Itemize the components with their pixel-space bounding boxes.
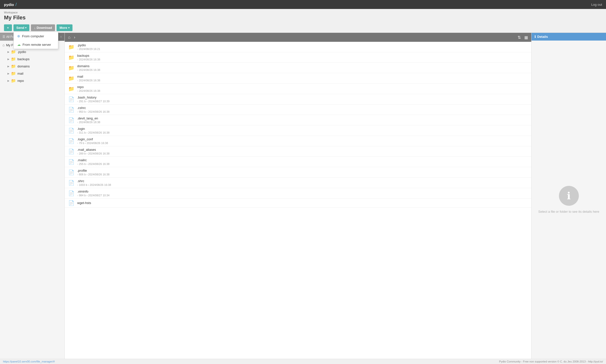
file-row[interactable]: 📄.devil_lang_en› 2024/08/26 18:38 bbox=[65, 115, 531, 125]
chevron-icon: ▶ bbox=[7, 79, 9, 82]
file-list-toolbar-right: ⇅ ▦ bbox=[516, 35, 529, 40]
sidebar-item-backups[interactable]: ▶ 📁 backups bbox=[5, 55, 65, 63]
file-meta: › 1003 b › 2024/08/26 16:38 bbox=[77, 183, 528, 186]
send-button[interactable]: Send ▾ bbox=[13, 24, 30, 31]
file-meta: › 2024/08/26 18:38 bbox=[77, 121, 528, 124]
file-info: .login_conf› 79 b › 2024/08/26 16:38 bbox=[77, 137, 528, 145]
file-list-toolbar-left: ⌂ › bbox=[67, 35, 76, 40]
file-list-toolbar: ⌂ › ⇅ ▦ bbox=[65, 33, 531, 42]
sidebar-item-repo[interactable]: ▶ 📁 repo bbox=[5, 77, 65, 84]
bottom-bar: https://panel10.serv00.com/file_manager/… bbox=[0, 359, 606, 364]
sidebar-children: ▶ 📁 .pydio ▶ 📁 backups ▶ 📁 domains bbox=[0, 48, 65, 84]
logo: pydio / bbox=[4, 2, 17, 7]
file-meta: › 2024/08/26 16:38 bbox=[77, 58, 528, 61]
chevron-icon: ▶ bbox=[7, 51, 9, 53]
file-row[interactable]: 📄.mailrc› 255 b › 2024/08/26 16:38 bbox=[65, 157, 531, 167]
file-info: mail› 2024/08/26 16:38 bbox=[77, 75, 528, 82]
sidebar-item-mail[interactable]: ▶ 📁 mail bbox=[5, 70, 65, 77]
view-toggle-button[interactable]: ▦ bbox=[523, 35, 529, 40]
send-from-remote[interactable]: ☁ From remote server bbox=[14, 40, 58, 49]
send-from-computer[interactable]: ⊕ From computer bbox=[14, 32, 58, 40]
more-button[interactable]: More ▾ bbox=[57, 24, 72, 31]
file-name: repo bbox=[77, 85, 528, 89]
logo-text: pydio bbox=[4, 2, 14, 7]
page-title: My Files bbox=[4, 14, 602, 21]
file-meta: › 291 b › 2024/08/27 10:39 bbox=[77, 100, 528, 103]
folder-icon: 📁 bbox=[11, 78, 16, 83]
file-row[interactable]: 📄.profile› 806 b › 2024/08/26 16:38 bbox=[65, 167, 531, 178]
file-row[interactable]: 📁mail› 2024/08/26 16:38 bbox=[65, 73, 531, 84]
file-row[interactable]: 📄.shrc› 1003 b › 2024/08/26 16:38 bbox=[65, 178, 531, 188]
file-row[interactable]: 📄.cshrc› 950 b › 2024/08/26 16:38 bbox=[65, 104, 531, 115]
sidebar-clear-button[interactable]: ✕ bbox=[58, 33, 65, 41]
file-meta: › 311 b › 2024/08/26 16:38 bbox=[77, 131, 528, 134]
sidebar-item-pydio[interactable]: ▶ 📁 .pydio bbox=[5, 48, 65, 55]
file-icon: 📄 bbox=[68, 117, 75, 123]
folder-icon: 📁 bbox=[68, 65, 75, 71]
file-row[interactable]: 📄.mail_aliases› 289 b › 2024/08/26 16:38 bbox=[65, 146, 531, 157]
folder-icon: 📁 bbox=[68, 44, 75, 50]
file-row[interactable]: 📁repo› 2024/08/26 16:38 bbox=[65, 84, 531, 94]
file-meta: › 79 b › 2024/08/26 16:38 bbox=[77, 142, 528, 145]
file-name: wget-hsts bbox=[77, 201, 528, 205]
computer-icon: ⊕ bbox=[17, 34, 20, 38]
file-row[interactable]: 📄.viminfo› 984 b › 2024/08/27 10:34 bbox=[65, 188, 531, 199]
file-name: .bash_history bbox=[77, 96, 528, 99]
info-icon: ℹ bbox=[535, 35, 536, 39]
file-icon: 📄 bbox=[68, 169, 75, 175]
file-icon: 📄 bbox=[68, 200, 75, 206]
chevron-icon: ▶ bbox=[7, 58, 9, 60]
breadcrumb-separator: › bbox=[73, 35, 76, 40]
top-bar: pydio / Log out bbox=[0, 0, 606, 9]
file-meta: › 255 b › 2024/08/26 16:38 bbox=[77, 162, 528, 165]
file-row[interactable]: 📄.login› 311 b › 2024/08/26 16:38 bbox=[65, 125, 531, 136]
file-row[interactable]: 📄.bash_history› 291 b › 2024/08/27 10:39 bbox=[65, 94, 531, 104]
chevron-icon: ▶ bbox=[7, 72, 9, 75]
file-info: .login› 311 b › 2024/08/26 16:38 bbox=[77, 127, 528, 134]
file-row[interactable]: 📁.pydio› 2024/08/29 16:21 bbox=[65, 42, 531, 52]
details-header: ℹ Details bbox=[532, 33, 606, 41]
folder-icon: 📁 bbox=[68, 75, 75, 81]
add-button[interactable]: + bbox=[4, 24, 12, 31]
file-name: .pydio bbox=[77, 43, 528, 47]
file-name: .login_conf bbox=[77, 137, 528, 141]
file-row[interactable]: 📄wget-hsts bbox=[65, 199, 531, 208]
file-row[interactable]: 📄.login_conf› 79 b › 2024/08/26 16:38 bbox=[65, 136, 531, 146]
from-remote-label: From remote server bbox=[23, 43, 51, 47]
file-name: .profile bbox=[77, 169, 528, 172]
file-meta: › 984 b › 2024/08/27 10:34 bbox=[77, 194, 528, 197]
cloud-icon: ☁ bbox=[17, 43, 21, 47]
file-name: backups bbox=[77, 54, 528, 57]
folder-icon: 📁 bbox=[11, 57, 16, 61]
file-name: .cshrc bbox=[77, 106, 528, 110]
sidebar-item-domains[interactable]: ▶ 📁 domains bbox=[5, 63, 65, 70]
file-row[interactable]: 📁domains› 2024/08/26 16:38 bbox=[65, 63, 531, 73]
file-list: 📁.pydio› 2024/08/29 16:21📁backups› 2024/… bbox=[65, 42, 531, 359]
file-name: .shrc bbox=[77, 179, 528, 183]
file-info: .shrc› 1003 b › 2024/08/26 16:38 bbox=[77, 179, 528, 186]
more-caret: ▾ bbox=[68, 26, 69, 29]
file-icon: 📄 bbox=[68, 107, 75, 113]
details-body: ℹ Select a file or folder to see its det… bbox=[532, 41, 606, 359]
credit-text: Pydio Community - Free non supported ver… bbox=[499, 360, 603, 363]
folder-tab-icon: ☰ bbox=[2, 35, 5, 39]
file-info: wget-hsts bbox=[77, 201, 528, 205]
sidebar-item-label: backups bbox=[17, 57, 29, 61]
url-bar: https://panel10.serv00.com/file_manager/… bbox=[3, 360, 55, 363]
logout-button[interactable]: Log out bbox=[591, 3, 602, 6]
home-nav-button[interactable]: ⌂ bbox=[67, 35, 72, 40]
file-info: repo› 2024/08/26 16:38 bbox=[77, 85, 528, 92]
file-meta: › 2024/08/26 16:38 bbox=[77, 68, 528, 71]
download-button[interactable]: ↓ Download bbox=[31, 24, 55, 31]
chevron-icon: ▶ bbox=[7, 65, 9, 68]
download-label: Download bbox=[37, 26, 52, 30]
workspace-label: Workspace bbox=[4, 11, 602, 14]
sort-button[interactable]: ⇅ bbox=[516, 35, 522, 40]
file-row[interactable]: 📁backups› 2024/08/26 16:38 bbox=[65, 52, 531, 63]
from-computer-label: From computer bbox=[22, 34, 44, 38]
logo-slash: / bbox=[15, 2, 17, 7]
file-info: .viminfo› 984 b › 2024/08/27 10:34 bbox=[77, 190, 528, 197]
details-header-label: Details bbox=[537, 35, 548, 39]
file-meta: › 950 b › 2024/08/26 16:38 bbox=[77, 110, 528, 113]
file-meta: › 2024/08/29 16:21 bbox=[77, 48, 528, 51]
